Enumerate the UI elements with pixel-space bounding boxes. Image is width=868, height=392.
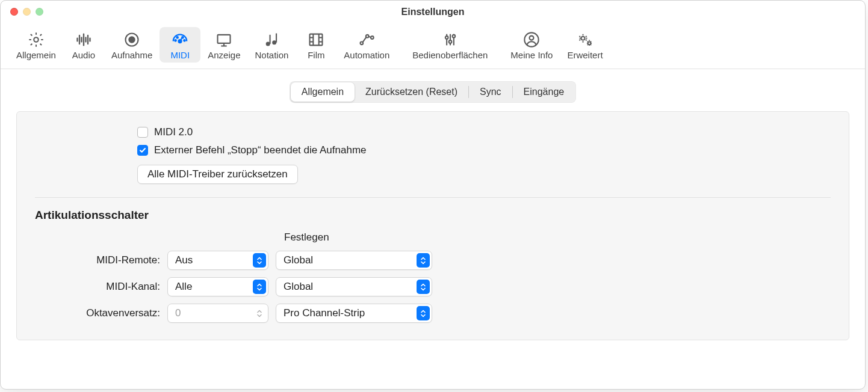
select-midi-channel[interactable]: Alle: [167, 277, 268, 296]
select-midi-remote[interactable]: Aus: [167, 251, 268, 270]
toolbar-item-film[interactable]: Film: [296, 27, 336, 63]
select-value: Global: [284, 281, 313, 293]
content-area: Allgemein Zurücksetzen (Reset) Sync Eing…: [1, 69, 865, 354]
checkbox-label: MIDI 2.0: [154, 126, 193, 138]
traffic-lights: [10, 8, 43, 16]
toolbar-item-label: Aufnahme: [111, 50, 152, 60]
gears-icon: [575, 31, 595, 49]
select-midi-channel-define[interactable]: Global: [276, 277, 432, 296]
svg-point-0: [34, 37, 38, 41]
toolbar-item-label: Bedienoberflächen: [412, 50, 488, 60]
checkbox-external-stop[interactable]: Externer Befehl „Stopp“ beendet die Aufn…: [137, 144, 831, 156]
toolbar-item-record[interactable]: Aufnahme: [104, 27, 160, 63]
svg-point-37: [448, 40, 451, 43]
window-title: Einstellungen: [1, 7, 865, 17]
record-icon: [122, 31, 142, 49]
svg-point-11: [175, 40, 177, 41]
select-value: Global: [284, 254, 313, 266]
settings-panel: MIDI 2.0 Externer Befehl „Stopp“ beendet…: [16, 111, 849, 340]
toolbar-item-label: Automation: [344, 50, 389, 60]
toolbar-item-my-info[interactable]: Meine Info: [503, 27, 560, 63]
gear-icon: [26, 31, 46, 49]
subtab-bar: Allgemein Zurücksetzen (Reset) Sync Eing…: [16, 81, 849, 103]
music-notes-icon: [261, 31, 282, 49]
svg-point-40: [530, 36, 534, 40]
toolbar: Allgemein Audio Aufnahme MIDI: [1, 23, 865, 69]
svg-point-30: [361, 42, 364, 45]
stepper-octave-offset[interactable]: 0: [167, 304, 268, 323]
checkbox-icon: [137, 127, 148, 138]
row-label-midi-remote: MIDI-Remote:: [35, 254, 160, 266]
toolbar-item-automation[interactable]: Automation: [336, 27, 397, 63]
close-window-button[interactable]: [10, 8, 18, 16]
svg-point-41: [581, 37, 585, 40]
person-circle-icon: [521, 31, 542, 49]
divider: [35, 197, 831, 198]
select-value: 0: [175, 307, 181, 319]
sliders-icon: [440, 31, 460, 49]
preferences-window: Einstellungen Allgemein Audio Aufnahme: [0, 0, 866, 390]
subtab-reset[interactable]: Zurücksetzen (Reset): [355, 82, 468, 102]
film-icon: [306, 31, 326, 49]
waveform-icon: [73, 31, 94, 49]
toolbar-item-label: Film: [308, 50, 324, 60]
toolbar-item-label: MIDI: [170, 50, 190, 60]
svg-rect-20: [270, 35, 271, 44]
zoom-window-button[interactable]: [36, 8, 43, 16]
toolbar-item-display[interactable]: Anzeige: [200, 27, 247, 63]
toolbar-item-label: Notation: [255, 50, 288, 60]
toolbar-item-label: Allgemein: [16, 50, 56, 60]
subtab-inputs[interactable]: Eingänge: [513, 82, 575, 102]
checkbox-label: Externer Befehl „Stopp“ beendet die Aufn…: [154, 144, 367, 156]
row-label-octave-offset: Oktavenversatz:: [35, 307, 160, 319]
chevron-updown-icon: [253, 306, 266, 320]
svg-point-12: [177, 37, 179, 38]
chevron-updown-icon: [253, 280, 266, 294]
articulation-grid: Festlegen MIDI-Remote: Aus Global MIDI-K…: [35, 231, 831, 323]
select-midi-remote-define[interactable]: Global: [276, 251, 432, 270]
gauge-icon: [170, 31, 190, 49]
svg-point-32: [371, 36, 374, 39]
checkbox-midi20[interactable]: MIDI 2.0: [137, 126, 831, 138]
svg-rect-23: [310, 34, 323, 46]
svg-point-31: [366, 35, 369, 38]
general-options: MIDI 2.0 Externer Befehl „Stopp“ beendet…: [35, 126, 831, 184]
svg-point-38: [452, 35, 455, 38]
reset-midi-drivers-button[interactable]: Alle MIDI-Treiber zurücksetzen: [137, 165, 298, 184]
toolbar-item-general[interactable]: Allgemein: [9, 27, 63, 63]
svg-rect-16: [218, 35, 231, 43]
section-title: Artikulationsschalter: [35, 209, 831, 222]
svg-point-42: [588, 42, 591, 45]
toolbar-item-label: Audio: [72, 50, 95, 60]
automation-icon: [356, 31, 377, 49]
select-octave-define[interactable]: Pro Channel-Strip: [276, 304, 432, 323]
chevron-updown-icon: [417, 253, 430, 268]
toolbar-item-audio[interactable]: Audio: [63, 27, 104, 63]
checkbox-icon: [137, 145, 148, 156]
subtab-segmented-control: Allgemein Zurücksetzen (Reset) Sync Eing…: [290, 81, 576, 103]
chevron-updown-icon: [417, 306, 430, 320]
minimize-window-button[interactable]: [23, 8, 31, 16]
toolbar-item-control-surfaces[interactable]: Bedienoberflächen: [405, 27, 495, 63]
svg-point-9: [129, 37, 134, 42]
toolbar-item-label: Meine Info: [510, 50, 553, 60]
select-value: Aus: [175, 254, 193, 266]
display-icon: [214, 31, 234, 49]
column-header-define: Festlegen: [276, 231, 432, 243]
select-value: Alle: [175, 281, 192, 293]
subtab-sync[interactable]: Sync: [469, 82, 512, 102]
toolbar-item-label: Anzeige: [208, 50, 240, 60]
titlebar: Einstellungen: [1, 1, 865, 23]
toolbar-item-notation[interactable]: Notation: [247, 27, 296, 63]
select-value: Pro Channel-Strip: [284, 307, 365, 319]
chevron-updown-icon: [417, 280, 430, 294]
svg-rect-22: [276, 34, 277, 43]
toolbar-item-midi[interactable]: MIDI: [160, 27, 200, 63]
svg-point-14: [184, 40, 186, 41]
toolbar-item-advanced[interactable]: Erweitert: [560, 27, 610, 63]
row-label-midi-channel: MIDI-Kanal:: [35, 281, 160, 293]
chevron-updown-icon: [253, 253, 266, 268]
toolbar-item-label: Erweitert: [567, 50, 603, 60]
svg-point-36: [445, 36, 448, 39]
subtab-general[interactable]: Allgemein: [291, 82, 355, 102]
